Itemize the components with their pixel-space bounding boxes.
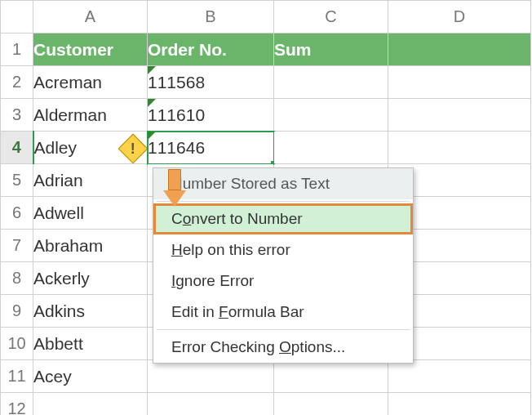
cell-B3[interactable]: 111610	[148, 99, 274, 132]
cell-C2[interactable]	[274, 66, 388, 99]
cell-D11[interactable]	[388, 360, 531, 393]
row-header-9[interactable]: 9	[1, 295, 33, 328]
cell-A4[interactable]: Adley !	[33, 132, 148, 164]
cell-A6[interactable]: Adwell	[33, 197, 148, 230]
cell-A7[interactable]: Abraham	[33, 230, 148, 262]
row-header-8[interactable]: 8	[1, 262, 33, 295]
cell-A3[interactable]: Alderman	[33, 99, 148, 132]
cell-A12[interactable]	[33, 393, 148, 416]
menu-separator	[157, 201, 410, 202]
row-header-5[interactable]: 5	[1, 164, 33, 197]
cell-B2[interactable]: 111568	[148, 66, 274, 99]
error-indicator-glyph: !	[131, 141, 135, 158]
row-header-4[interactable]: 4	[1, 132, 33, 164]
cell-C1[interactable]: Sum	[274, 33, 388, 66]
cell-D2[interactable]	[388, 66, 531, 99]
error-smart-tag-menu: Number Stored as Text Convert to Number …	[153, 167, 414, 364]
menu-error-checking-options[interactable]: Error Checking Options...	[153, 332, 413, 363]
menu-convert-to-number[interactable]: Convert to Number	[153, 203, 413, 234]
row-header-2[interactable]: 2	[1, 66, 33, 99]
row-header-6[interactable]: 6	[1, 197, 33, 230]
row-header-12[interactable]: 12	[1, 393, 33, 416]
row-header-11[interactable]: 11	[1, 360, 33, 393]
cell-B11[interactable]	[148, 360, 274, 393]
cell-A11[interactable]: Acey	[33, 360, 148, 393]
cell-A4-text: Adley	[34, 138, 78, 157]
menu-edit-in-formula-bar[interactable]: Edit in Formula Bar	[153, 297, 413, 328]
cell-A10[interactable]: Abbett	[33, 328, 148, 360]
col-header-A[interactable]: A	[33, 1, 148, 33]
cell-C4[interactable]	[274, 132, 388, 164]
menu-help-on-this-error[interactable]: Help on this error	[153, 234, 413, 266]
cell-C11[interactable]	[274, 360, 388, 393]
cell-C12[interactable]	[274, 393, 388, 416]
menu-separator	[157, 329, 410, 330]
cell-D4[interactable]	[388, 132, 531, 164]
cell-A1[interactable]: Customer	[33, 33, 148, 66]
menu-ignore-error[interactable]: Ignore Error	[153, 266, 413, 297]
cell-A9[interactable]: Adkins	[33, 295, 148, 328]
col-header-B[interactable]: B	[148, 1, 274, 33]
row-header-1[interactable]: 1	[1, 33, 33, 66]
row-header-7[interactable]: 7	[1, 230, 33, 262]
callout-arrow-icon	[163, 169, 186, 207]
cell-B4[interactable]: 111646	[148, 132, 274, 164]
cell-A8[interactable]: Ackerly	[33, 262, 148, 295]
error-indicator-icon[interactable]: !	[118, 134, 148, 164]
row-header-3[interactable]: 3	[1, 99, 33, 132]
cell-C3[interactable]	[274, 99, 388, 132]
select-all-corner[interactable]	[1, 1, 33, 33]
cell-D12[interactable]	[388, 393, 531, 416]
menu-header-number-stored-as-text: Number Stored as Text	[153, 168, 413, 199]
row-header-10[interactable]: 10	[1, 328, 33, 360]
cell-A5[interactable]: Adrian	[33, 164, 148, 197]
cell-B1[interactable]: Order No.	[148, 33, 274, 66]
cell-D1[interactable]	[388, 33, 531, 66]
col-header-C[interactable]: C	[274, 1, 388, 33]
cell-A2[interactable]: Acreman	[33, 66, 148, 99]
col-header-D[interactable]: D	[388, 1, 531, 33]
cell-D3[interactable]	[388, 99, 531, 132]
cell-B12[interactable]	[148, 393, 274, 416]
